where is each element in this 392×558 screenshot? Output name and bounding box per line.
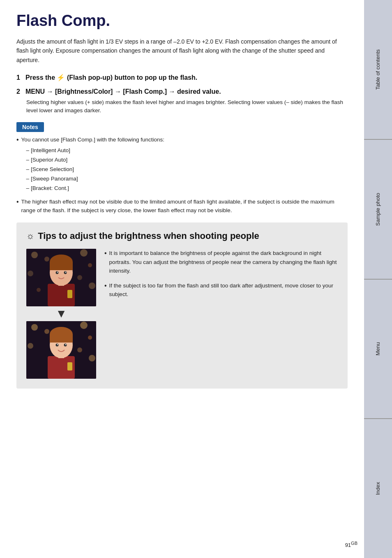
tips-bullets: It is important to balance the brightnes… bbox=[104, 249, 338, 305]
sidebar-tab-sample-photo[interactable]: Sample photo bbox=[364, 140, 392, 280]
step-1: 1 Press the ⚡ (Flash pop-up) button to p… bbox=[16, 73, 348, 83]
svg-point-35 bbox=[57, 344, 58, 345]
sidebar: Table of contents Sample photo Menu Inde… bbox=[364, 0, 392, 558]
svg-rect-37 bbox=[67, 362, 72, 370]
step-2-detail: Selecting higher values (+ side) makes t… bbox=[26, 98, 348, 115]
svg-point-21 bbox=[31, 324, 38, 331]
svg-point-5 bbox=[28, 271, 33, 276]
svg-point-16 bbox=[64, 271, 67, 274]
page-number: 91GB bbox=[345, 541, 357, 548]
photo-before bbox=[26, 249, 96, 306]
note-subitem-1: [Intelligent Auto] bbox=[26, 146, 348, 155]
note-sublist-1: [Intelligent Auto] [Superior Auto] [Scen… bbox=[26, 146, 348, 193]
step-1-text: Press the ⚡ (Flash pop-up) button to pop… bbox=[25, 73, 197, 83]
tips-icon: ☼ bbox=[26, 231, 35, 241]
svg-point-18 bbox=[65, 272, 66, 273]
down-arrow-icon: ▼ bbox=[55, 308, 67, 320]
sidebar-tab-toc-label: Table of contents bbox=[375, 49, 382, 90]
steps-section: 1 Press the ⚡ (Flash pop-up) button to p… bbox=[16, 73, 348, 115]
svg-point-15 bbox=[56, 271, 59, 274]
note-subitem-3: [Scene Selection] bbox=[26, 165, 348, 174]
svg-point-2 bbox=[44, 257, 49, 262]
svg-point-27 bbox=[89, 355, 95, 361]
note-subitem-2: [Superior Auto] bbox=[26, 155, 348, 165]
step-1-number: 1 bbox=[16, 73, 23, 83]
step-2-line: 2 MENU → [Brightness/Color] → [Flash Com… bbox=[16, 87, 348, 97]
svg-point-17 bbox=[57, 272, 58, 273]
note-subitem-4: [Sweep Panorama] bbox=[26, 174, 348, 184]
photo-before-svg bbox=[26, 249, 96, 306]
sidebar-tab-index-label: Index bbox=[375, 482, 382, 495]
tips-title: ☼ Tips to adjust the brightness when sho… bbox=[26, 231, 338, 241]
svg-point-25 bbox=[28, 343, 33, 349]
svg-point-24 bbox=[88, 336, 92, 340]
tips-images: ▼ bbox=[26, 249, 96, 379]
page-suffix: GB bbox=[351, 541, 357, 546]
svg-rect-14 bbox=[50, 262, 73, 270]
svg-point-22 bbox=[44, 329, 49, 334]
note-subitem-5: [Bracket: Cont.] bbox=[26, 184, 348, 193]
note-text-1: You cannot use [Flash Comp.] with the fo… bbox=[21, 135, 348, 193]
page-wrapper: Flash Comp. Adjusts the amount of flash … bbox=[0, 0, 392, 558]
sidebar-tab-sample-photo-label: Sample photo bbox=[375, 193, 382, 226]
sidebar-tab-menu[interactable]: Menu bbox=[364, 280, 392, 419]
step-1-line: 1 Press the ⚡ (Flash pop-up) button to p… bbox=[16, 73, 348, 83]
sidebar-tab-table-of-contents[interactable]: Table of contents bbox=[364, 0, 392, 140]
photo-after-svg bbox=[26, 321, 96, 379]
sidebar-tab-menu-label: Menu bbox=[375, 342, 382, 356]
note-item-1: You cannot use [Flash Comp.] with the fo… bbox=[16, 135, 348, 193]
svg-point-23 bbox=[80, 322, 88, 329]
svg-point-33 bbox=[56, 343, 59, 346]
step-2-number: 2 bbox=[16, 87, 23, 97]
svg-point-6 bbox=[77, 275, 82, 280]
notes-header: Notes bbox=[16, 122, 44, 132]
note-text-2: The higher flash effect may not be visib… bbox=[21, 197, 348, 215]
svg-point-3 bbox=[80, 249, 88, 257]
svg-point-7 bbox=[89, 282, 95, 289]
step-2: 2 MENU → [Brightness/Color] → [Flash Com… bbox=[16, 87, 348, 115]
sidebar-tab-index[interactable]: Index bbox=[364, 419, 392, 558]
tips-title-text: Tips to adjust the brightness when shoot… bbox=[38, 231, 259, 241]
svg-rect-19 bbox=[67, 290, 72, 298]
tips-content: ▼ bbox=[26, 249, 338, 379]
svg-point-1 bbox=[31, 252, 38, 258]
svg-rect-32 bbox=[50, 334, 73, 343]
svg-point-8 bbox=[37, 288, 41, 292]
tip-text-1: It is important to balance the brightnes… bbox=[109, 249, 338, 276]
notes-box: Notes You cannot use [Flash Comp.] with … bbox=[16, 122, 348, 215]
svg-point-36 bbox=[65, 344, 66, 345]
tip-text-2: If the subject is too far from the flash… bbox=[109, 281, 338, 299]
page-title: Flash Comp. bbox=[16, 12, 348, 30]
step-2-text: MENU → [Brightness/Color] → [Flash Comp.… bbox=[25, 87, 221, 97]
svg-point-26 bbox=[77, 347, 82, 352]
tips-box: ☼ Tips to adjust the brightness when sho… bbox=[16, 222, 348, 389]
notes-list: You cannot use [Flash Comp.] with the fo… bbox=[16, 135, 348, 215]
main-content: Flash Comp. Adjusts the amount of flash … bbox=[0, 0, 364, 558]
photo-after bbox=[26, 321, 96, 379]
page-num-value: 91 bbox=[345, 542, 351, 548]
tip-item-2: If the subject is too far from the flash… bbox=[104, 281, 338, 299]
intro-text: Adjusts the amount of flash light in 1/3… bbox=[16, 37, 348, 65]
svg-point-4 bbox=[88, 263, 92, 267]
tip-item-1: It is important to balance the brightnes… bbox=[104, 249, 338, 276]
svg-point-34 bbox=[64, 343, 67, 346]
note-item-2: The higher flash effect may not be visib… bbox=[16, 197, 348, 215]
